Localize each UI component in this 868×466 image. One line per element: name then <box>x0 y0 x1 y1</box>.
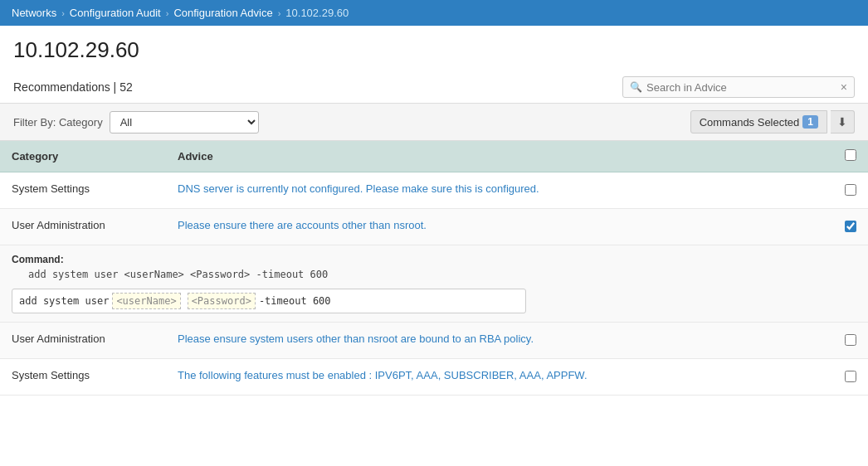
advice-table: Category Advice System Settings DNS serv… <box>0 141 868 396</box>
cmd-prefix: add system user <box>19 295 109 307</box>
command-template: add system user <userName> <Password> -t… <box>12 269 856 280</box>
checkbox-cell <box>833 323 868 359</box>
column-header-category: Category <box>0 141 166 172</box>
search-icon: 🔍 <box>630 81 642 93</box>
select-all-checkbox[interactable] <box>845 149 856 161</box>
table-row: System Settings The following features m… <box>0 359 868 396</box>
advice-cell: Please ensure system users other than ns… <box>166 323 833 359</box>
command-label: Command: <box>12 254 856 265</box>
table-header-row: Category Advice <box>0 141 868 172</box>
row-checkbox[interactable] <box>845 334 856 346</box>
breadcrumb-bar: Networks › Configuration Audit › Configu… <box>0 0 868 26</box>
advice-link[interactable]: The following features must be enabled :… <box>178 369 588 381</box>
advice-cell: Please ensure there are accounts other t… <box>166 209 833 245</box>
row-checkbox[interactable] <box>845 221 856 232</box>
category-cell: User Administration <box>0 323 166 359</box>
cmd-password-field[interactable]: <Password> <box>188 293 256 309</box>
download-button[interactable]: ⬇ <box>831 110 855 133</box>
filter-bar: Filter By: Category All System Settings … <box>0 104 868 141</box>
category-cell: System Settings <box>0 359 166 396</box>
cmd-suffix: -timeout 600 <box>259 295 331 307</box>
category-filter-select[interactable]: All System Settings User Administration … <box>110 111 259 133</box>
breadcrumb-networks[interactable]: Networks <box>12 7 56 19</box>
filter-label: Filter By: Category <box>13 116 103 129</box>
column-header-advice: Advice <box>166 141 833 172</box>
column-header-checkbox <box>833 141 868 172</box>
category-cell: System Settings <box>0 172 166 209</box>
row-checkbox[interactable] <box>845 371 856 382</box>
search-input[interactable] <box>646 81 841 94</box>
checkbox-cell <box>833 359 868 396</box>
commands-selected-button[interactable]: Commands Selected 1 <box>690 110 827 133</box>
command-input-row: add system user <userName> <Password> -t… <box>12 289 526 313</box>
commands-selected-area: Commands Selected 1 ⬇ <box>690 110 855 133</box>
search-clear-button[interactable]: × <box>841 80 847 94</box>
checkbox-cell <box>833 209 868 245</box>
commands-count-badge: 1 <box>802 115 818 129</box>
expanded-command-row: Command: add system user <userName> <Pas… <box>0 245 868 323</box>
advice-link[interactable]: DNS server is currently not configured. … <box>178 182 539 195</box>
table-row: User Administration Please ensure there … <box>0 209 868 245</box>
commands-selected-label: Commands Selected <box>700 116 800 129</box>
cmd-username-field[interactable]: <userName> <box>112 293 180 309</box>
category-cell: User Administration <box>0 209 166 245</box>
breadcrumb-config-audit[interactable]: Configuration Audit <box>70 7 161 19</box>
checkbox-cell <box>833 172 868 209</box>
recommendations-count: Recommendations | 52 <box>13 80 133 94</box>
top-bar: Recommendations | 52 🔍 × <box>0 71 868 104</box>
advice-cell: DNS server is currently not configured. … <box>166 172 833 209</box>
search-box[interactable]: 🔍 × <box>622 76 855 98</box>
advice-link[interactable]: Please ensure there are accounts other t… <box>178 219 427 231</box>
advice-link[interactable]: Please ensure system users other than ns… <box>178 333 534 345</box>
breadcrumb-ip: 10.102.29.60 <box>285 7 349 19</box>
breadcrumb-config-advice[interactable]: Configuration Advice <box>173 7 272 19</box>
expanded-command-cell: Command: add system user <userName> <Pas… <box>0 245 868 323</box>
page-title: 10.102.29.60 <box>0 26 868 71</box>
advice-cell: The following features must be enabled :… <box>166 359 833 396</box>
row-checkbox[interactable] <box>845 184 856 196</box>
table-row: System Settings DNS server is currently … <box>0 172 868 209</box>
table-row: User Administration Please ensure system… <box>0 323 868 359</box>
